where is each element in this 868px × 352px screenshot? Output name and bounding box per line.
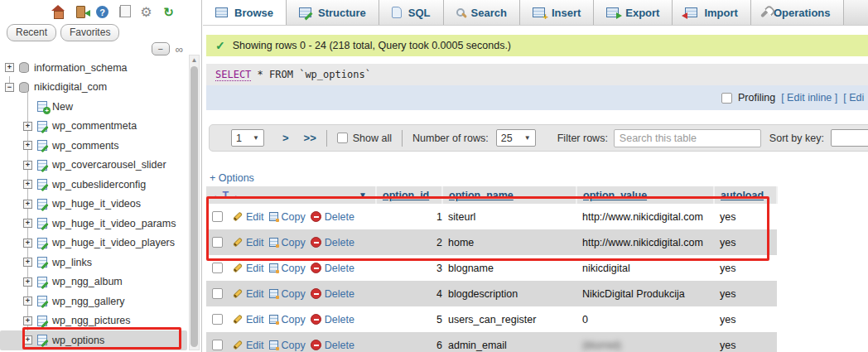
edit-link-truncated[interactable]: [ Edi: [843, 92, 864, 104]
column-arrows-icon[interactable]: ←T→: [212, 190, 239, 201]
page-select[interactable]: 1▼: [231, 129, 264, 147]
expand-icon[interactable]: +: [23, 122, 32, 131]
row-checkbox[interactable]: [212, 211, 223, 222]
expand-icon[interactable]: +: [23, 200, 32, 209]
home-icon[interactable]: [51, 5, 65, 19]
row-checkbox[interactable]: [212, 237, 223, 248]
pencil-icon: [233, 314, 243, 324]
row-checkbox[interactable]: [212, 288, 223, 299]
cell-autoload: yes: [714, 332, 777, 352]
tab-export[interactable]: Export: [594, 0, 673, 25]
expand-icon[interactable]: +: [23, 258, 32, 267]
column-header-option-name[interactable]: option_name: [442, 186, 576, 204]
copy-row-link[interactable]: Copy: [269, 314, 306, 325]
row-checkbox[interactable]: [212, 263, 223, 273]
delete-row-link[interactable]: Delete: [311, 237, 354, 248]
sort-by-key-select[interactable]: ▼: [831, 129, 868, 147]
database-icon: [19, 82, 29, 93]
edit-row-link[interactable]: Edit: [233, 340, 264, 351]
profiling-checkbox[interactable]: [721, 93, 732, 104]
expand-icon[interactable]: +: [23, 141, 32, 150]
results-table: ←T→ ▼ option_id option_name option_value…: [206, 186, 778, 352]
delete-row-link[interactable]: Delete: [311, 211, 354, 223]
settings-icon[interactable]: ⚙: [139, 5, 153, 19]
options-toggle-link[interactable]: + Options: [210, 172, 254, 184]
filter-rows-label: Filter rows:: [557, 133, 608, 144]
scrollbar-thumb[interactable]: [190, 66, 198, 347]
expand-icon[interactable]: +: [23, 297, 32, 306]
expand-icon[interactable]: +: [23, 219, 32, 228]
link-icon[interactable]: ∞: [176, 44, 183, 55]
last-page-button[interactable]: >>: [304, 132, 316, 144]
column-header-option-value[interactable]: option_value: [576, 186, 714, 204]
expand-icon[interactable]: +: [5, 63, 14, 72]
expand-icon[interactable]: +: [23, 277, 32, 287]
actions-column-header[interactable]: ←T→ ▼: [206, 186, 376, 204]
copy-row-link[interactable]: Copy: [269, 340, 306, 351]
row-checkbox[interactable]: [212, 340, 223, 350]
tab-sql[interactable]: SQL: [379, 0, 444, 25]
delete-row-link[interactable]: Delete: [311, 340, 354, 351]
tab-structure[interactable]: Structure: [287, 0, 379, 25]
logout-icon[interactable]: [76, 6, 85, 18]
tree-item-nikicdigital-com[interactable]: − nikicdigital_com: [0, 78, 187, 98]
sidebar-scrollbar[interactable]: ▲: [189, 55, 200, 350]
tree-item-wp-comments[interactable]: + wp_comments: [0, 136, 187, 156]
edit-row-link[interactable]: Edit: [233, 288, 264, 300]
tree-item-new[interactable]: New: [0, 97, 187, 117]
expand-icon[interactable]: +: [23, 316, 32, 325]
tree-item-wp-ngg-pictures[interactable]: + wp_ngg_pictures: [0, 311, 187, 331]
tab-favorites[interactable]: Favorites: [60, 24, 119, 41]
delete-row-link[interactable]: Delete: [311, 263, 354, 274]
tree-item-wp-ngg-gallery[interactable]: + wp_ngg_gallery: [0, 292, 187, 311]
scroll-up-icon[interactable]: ▲: [190, 55, 199, 65]
tree-item-wp-commentmeta[interactable]: + wp_commentmeta: [0, 117, 187, 137]
tab-import[interactable]: Import: [673, 0, 750, 25]
tree-item-wp-links[interactable]: + wp_links: [0, 253, 187, 272]
copy-row-link[interactable]: Copy: [269, 288, 306, 300]
delete-row-link[interactable]: Delete: [311, 288, 354, 300]
next-page-button[interactable]: >: [282, 132, 289, 144]
tab-recent[interactable]: Recent: [7, 24, 56, 41]
row-checkbox[interactable]: [212, 314, 223, 325]
pencil-icon: [233, 237, 243, 247]
tab-operations[interactable]: Operations: [751, 0, 844, 25]
edit-row-link[interactable]: Edit: [233, 314, 264, 325]
expand-icon[interactable]: +: [23, 239, 32, 248]
rows-per-page-select[interactable]: 25▼: [496, 129, 536, 147]
tree-item-wp-covercarousel-slider[interactable]: + wp_covercarousel_slider: [0, 156, 187, 176]
column-header-autoload[interactable]: autoload: [714, 186, 777, 204]
edit-row-link[interactable]: Edit: [233, 263, 264, 274]
docs-icon[interactable]: [119, 7, 128, 17]
copy-row-link[interactable]: Copy: [269, 211, 306, 223]
tab-search[interactable]: Search: [444, 0, 520, 25]
help-icon[interactable]: ?: [96, 6, 108, 18]
tree-item-information-schema[interactable]: + information_schema: [0, 58, 187, 78]
tree-item-wp-huge-it-video-params[interactable]: + wp_huge_it_video_params: [0, 214, 187, 234]
tab-browse[interactable]: Browse: [203, 0, 287, 25]
tree-item-wp-cubesliderconfig[interactable]: + wp_cubesliderconfig: [0, 175, 187, 195]
expand-icon[interactable]: +: [23, 335, 32, 345]
delete-row-link[interactable]: Delete: [311, 314, 354, 325]
copy-row-link[interactable]: Copy: [269, 237, 306, 248]
edit-row-link[interactable]: Edit: [233, 211, 264, 223]
edit-row-link[interactable]: Edit: [233, 237, 264, 248]
tree-item-wp-ngg-album[interactable]: + wp_ngg_album: [0, 272, 187, 292]
tree-item-wp-huge-it-videos[interactable]: + wp_huge_it_videos: [0, 195, 187, 215]
column-header-option-id[interactable]: option_id: [376, 186, 442, 204]
expand-icon[interactable]: +: [23, 161, 32, 170]
tree-item-wp-options[interactable]: + wp_options: [0, 330, 187, 350]
table-icon: [37, 199, 47, 210]
show-all-checkbox[interactable]: [337, 133, 348, 143]
collapse-all-button[interactable]: −: [152, 42, 170, 55]
tree-item-wp-huge-it-video-players[interactable]: + wp_huge_it_video_players: [0, 234, 187, 253]
tab-insert[interactable]: Insert: [520, 0, 594, 25]
copy-row-link[interactable]: Copy: [269, 263, 306, 274]
search-icon: [456, 8, 465, 17]
expand-icon[interactable]: +: [23, 180, 32, 189]
refresh-icon[interactable]: ↻: [162, 5, 176, 19]
collapse-icon[interactable]: −: [5, 83, 14, 92]
edit-inline-link[interactable]: [ Edit inline ]: [781, 92, 837, 104]
filter-table-input[interactable]: [614, 129, 761, 147]
sort-descending-icon[interactable]: ▼: [359, 190, 367, 200]
